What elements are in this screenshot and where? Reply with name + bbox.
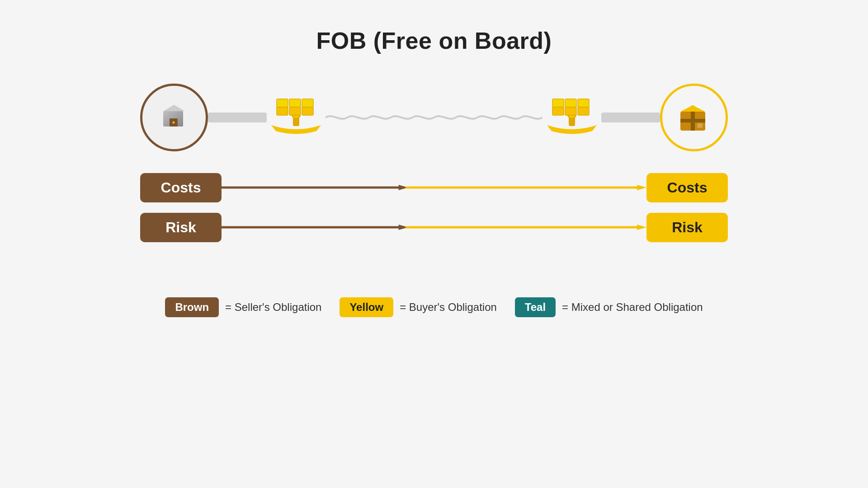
legend-brown: Brown = Seller's Obligation (165, 297, 321, 317)
seller-risk-label: Risk (140, 213, 222, 242)
svg-rect-8 (289, 107, 301, 115)
legend-teal-desc: = Mixed or Shared Obligation (562, 301, 703, 314)
risk-arrow (222, 213, 646, 242)
seller-costs-label: Costs (140, 173, 222, 202)
svg-rect-26 (697, 123, 703, 128)
ship-left (267, 90, 326, 145)
legend-yellow: Yellow = Buyer's Obligation (340, 297, 496, 317)
svg-rect-20 (578, 99, 589, 107)
warehouse-svg (155, 99, 193, 137)
connector-left (208, 113, 267, 122)
svg-marker-2 (163, 105, 185, 111)
buyer-costs-label: Costs (646, 173, 728, 202)
legend-yellow-badge: Yellow (340, 297, 393, 317)
buyer-risk-label: Risk (646, 213, 728, 242)
costs-row: Costs Costs (140, 172, 728, 203)
page-title: FOB (Free on Board) (316, 27, 552, 54)
legend: Brown = Seller's Obligation Yellow = Buy… (165, 297, 703, 317)
costs-arrow (222, 173, 646, 202)
svg-rect-19 (565, 99, 576, 107)
svg-rect-25 (691, 105, 695, 112)
legend-brown-badge: Brown (165, 297, 219, 317)
svg-rect-17 (578, 107, 589, 115)
wavy-line (326, 111, 542, 124)
svg-rect-15 (552, 107, 564, 115)
legend-yellow-desc: = Buyer's Obligation (400, 301, 497, 314)
risk-arrow-svg (222, 223, 646, 232)
legend-teal: Teal = Mixed or Shared Obligation (515, 297, 703, 317)
svg-rect-9 (302, 107, 313, 115)
package-svg (674, 97, 714, 138)
svg-rect-10 (277, 99, 288, 107)
svg-marker-34 (637, 225, 646, 230)
ship-right (542, 90, 601, 145)
svg-rect-18 (552, 99, 564, 107)
svg-rect-24 (691, 112, 695, 131)
svg-rect-7 (277, 107, 288, 115)
ship-left-svg (267, 93, 326, 142)
svg-point-4 (172, 121, 175, 123)
svg-rect-16 (565, 107, 576, 115)
legend-brown-desc: = Seller's Obligation (225, 301, 321, 314)
ships-row (140, 81, 728, 154)
buyer-icon (660, 84, 728, 151)
legend-teal-badge: Teal (515, 297, 556, 317)
seller-icon (140, 84, 208, 151)
svg-rect-11 (289, 99, 301, 107)
risk-row: Risk Risk (140, 211, 728, 243)
costs-arrow-svg (222, 183, 646, 192)
diagram-area: Costs Costs Risk (0, 81, 868, 243)
ship-right-svg (542, 93, 601, 142)
svg-marker-30 (637, 185, 646, 190)
connector-right (601, 113, 660, 122)
arrows-area: Costs Costs Risk (140, 172, 728, 243)
svg-rect-12 (302, 99, 313, 107)
